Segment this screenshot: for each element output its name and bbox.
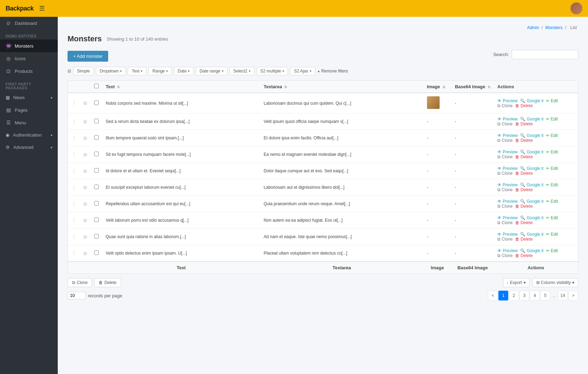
page-4-button[interactable]: 4	[530, 291, 540, 300]
page-14-button[interactable]: 14	[558, 291, 568, 300]
expand-row-icon[interactable]: ⊞	[83, 119, 87, 124]
edit-button[interactable]: ✏ Edit	[546, 232, 558, 237]
google-button[interactable]: 🔍 Google it	[520, 215, 543, 220]
row-checkbox[interactable]	[94, 135, 99, 140]
delete-button[interactable]: 🗑 Delete	[515, 204, 533, 209]
col-check-all[interactable]	[91, 81, 102, 93]
expand-row-icon[interactable]: ⊞	[83, 152, 87, 157]
preview-button[interactable]: 👁 Preview	[497, 150, 518, 154]
drag-handle-icon[interactable]: ⋮	[71, 217, 76, 223]
expand-row-icon[interactable]: ⊞	[83, 101, 87, 106]
edit-button[interactable]: ✏ Edit	[546, 133, 558, 138]
breadcrumb-admin[interactable]: Admin	[527, 25, 539, 30]
edit-button[interactable]: ✏ Edit	[546, 215, 558, 220]
drag-handle-icon[interactable]: ⋮	[71, 250, 76, 256]
filter-s2-ajax[interactable]: S2 Ajax ▾	[290, 67, 315, 75]
clone-button[interactable]: ⧉ Clone	[497, 237, 513, 242]
delete-button[interactable]: 🗑 Delete	[515, 103, 533, 108]
expand-row-icon[interactable]: ⊞	[83, 218, 87, 223]
delete-button[interactable]: 🗑 Delete	[515, 154, 533, 159]
expand-row-icon[interactable]: ⊞	[83, 251, 87, 256]
expand-row-icon[interactable]: ⊞	[83, 234, 87, 240]
row-checkbox[interactable]	[94, 119, 99, 123]
row-checkbox-cell[interactable]	[91, 245, 102, 262]
drag-handle-icon[interactable]: ⋮	[71, 185, 76, 190]
preview-button[interactable]: 👁 Preview	[497, 199, 518, 204]
google-button[interactable]: 🔍 Google it	[520, 117, 543, 122]
edit-button[interactable]: ✏ Edit	[546, 150, 558, 154]
preview-button[interactable]: 👁 Preview	[497, 232, 518, 237]
filter-text[interactable]: Text ▾	[128, 67, 146, 75]
sidebar-item-authentication[interactable]: ◉ Authentication ◂	[0, 129, 58, 141]
row-checkbox-cell[interactable]	[91, 229, 102, 245]
clone-button[interactable]: ⧉ Clone	[497, 253, 513, 258]
row-checkbox-cell[interactable]	[91, 179, 102, 196]
row-checkbox[interactable]	[94, 217, 99, 222]
row-checkbox-cell[interactable]	[91, 93, 102, 113]
search-input[interactable]	[512, 50, 578, 59]
sort-image-icon[interactable]: ⇅	[442, 85, 445, 89]
sidebar-item-dashboard[interactable]: ⊙ Dashboard	[0, 17, 58, 29]
preview-button[interactable]: 👁 Preview	[497, 117, 518, 122]
expand-row-icon[interactable]: ⊞	[83, 185, 87, 190]
google-button[interactable]: 🔍 Google it	[520, 199, 543, 204]
hamburger-icon[interactable]: ☰	[39, 5, 45, 12]
row-checkbox-cell[interactable]	[91, 163, 102, 179]
google-button[interactable]: 🔍 Google it	[520, 98, 543, 103]
drag-handle-icon[interactable]: ⋮	[71, 201, 76, 207]
clone-button[interactable]: ⧉ Clone	[497, 138, 513, 143]
breadcrumb-monsters[interactable]: Monsters	[545, 25, 562, 30]
drag-handle-icon[interactable]: ⋮	[71, 101, 76, 106]
row-checkbox-cell[interactable]	[91, 196, 102, 212]
row-checkbox-cell[interactable]	[91, 130, 102, 146]
page-1-button[interactable]: 1	[498, 291, 508, 300]
row-checkbox-cell[interactable]	[91, 212, 102, 229]
filter-s2-multiple[interactable]: S2 multiple ▾	[257, 67, 288, 75]
delete-button[interactable]: 🗑 Delete	[515, 187, 533, 192]
delete-button[interactable]: 🗑 Delete	[515, 253, 533, 258]
row-checkbox[interactable]	[94, 152, 99, 156]
row-checkbox[interactable]	[94, 250, 99, 255]
preview-button[interactable]: 👁 Preview	[497, 98, 518, 103]
google-button[interactable]: 🔍 Google it	[520, 150, 543, 154]
sidebar-item-menu[interactable]: ☰ Menu	[0, 116, 58, 129]
filter-dropdown[interactable]: Dropdown ▾	[96, 67, 126, 75]
sort-base64-icon[interactable]: ⇅	[488, 85, 490, 89]
row-checkbox[interactable]	[94, 168, 99, 173]
clone-button[interactable]: ⧉ Clone	[497, 122, 513, 126]
sidebar-item-pages[interactable]: ▤ Pages	[0, 104, 58, 116]
drag-handle-icon[interactable]: ⋮	[71, 152, 76, 157]
delete-button[interactable]: 🗑 Delete	[515, 122, 533, 126]
sort-textarea-icon[interactable]: ⇅	[284, 85, 287, 89]
google-button[interactable]: 🔍 Google it	[520, 232, 543, 237]
filter-range[interactable]: Range ▾	[148, 67, 172, 75]
row-checkbox[interactable]	[94, 101, 99, 105]
bulk-clone-button[interactable]: ⧉ Clone	[68, 278, 92, 287]
column-visibility-button[interactable]: ⊞ Column visibility ▾	[532, 278, 578, 287]
sidebar-item-advanced[interactable]: ⚙ Advanced ◂	[0, 141, 58, 153]
per-page-input[interactable]	[68, 292, 86, 299]
google-button[interactable]: 🔍 Google it	[520, 133, 543, 138]
delete-button[interactable]: 🗑 Delete	[515, 237, 533, 242]
preview-button[interactable]: 👁 Preview	[497, 215, 518, 220]
drag-handle-icon[interactable]: ⋮	[71, 119, 76, 124]
expand-row-icon[interactable]: ⊞	[83, 201, 87, 207]
sidebar-item-monsters[interactable]: 👾 Monsters	[0, 40, 58, 52]
preview-button[interactable]: 👁 Preview	[497, 166, 518, 171]
row-checkbox-cell[interactable]	[91, 146, 102, 163]
delete-button[interactable]: 🗑 Delete	[515, 138, 533, 143]
edit-button[interactable]: ✏ Edit	[546, 98, 558, 103]
preview-button[interactable]: 👁 Preview	[497, 182, 518, 187]
add-monster-button[interactable]: + Add monster	[68, 51, 108, 62]
delete-button[interactable]: 🗑 Delete	[515, 220, 533, 225]
sidebar-item-news[interactable]: ▦ News ◂	[0, 91, 58, 104]
filter-date-range[interactable]: Date range ▾	[196, 67, 227, 75]
clone-button[interactable]: ⧉ Clone	[497, 154, 513, 159]
google-button[interactable]: 🔍 Google it	[520, 182, 543, 187]
preview-button[interactable]: 👁 Preview	[497, 248, 518, 253]
edit-button[interactable]: ✏ Edit	[546, 248, 558, 253]
row-checkbox-cell[interactable]	[91, 113, 102, 130]
sidebar-item-icons[interactable]: ◎ Icons	[0, 52, 58, 65]
edit-button[interactable]: ✏ Edit	[546, 117, 558, 122]
check-all-checkbox[interactable]	[94, 84, 99, 88]
